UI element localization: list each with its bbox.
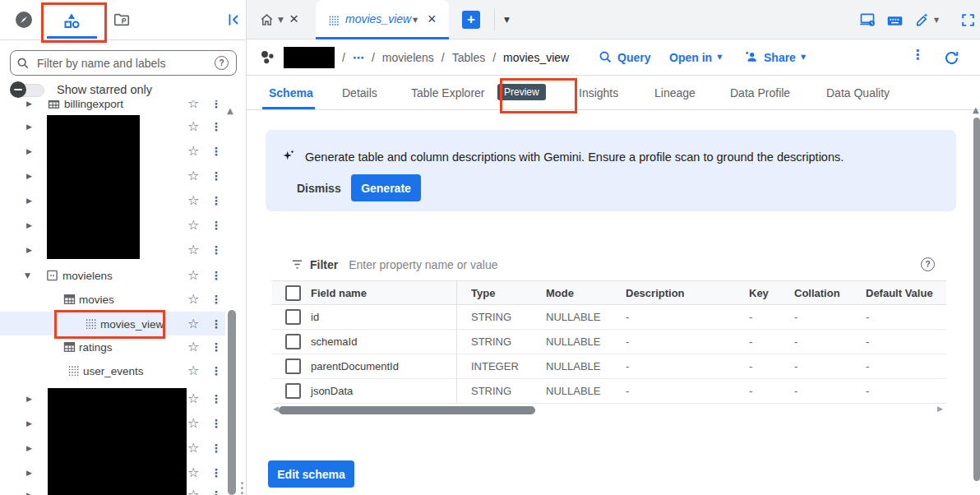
more-actions-icon[interactable]: ⋮ (911, 49, 924, 62)
row-checkbox[interactable] (285, 334, 301, 349)
tree-item-user-events[interactable]: user_events ☆ ⋮ (0, 359, 240, 382)
share-button[interactable]: Share ▼ (743, 39, 806, 75)
tab-data-quality[interactable]: Data Quality (826, 76, 890, 109)
device-session-icon[interactable] (858, 11, 876, 29)
close-home-tab-icon[interactable]: × (289, 10, 298, 28)
chevron-right-icon[interactable]: ▶ (26, 222, 32, 229)
star-icon[interactable]: ☆ (187, 194, 199, 207)
chevron-right-icon[interactable]: ▶ (26, 420, 32, 428)
star-icon[interactable]: ☆ (187, 120, 199, 133)
tree-item-movielens[interactable]: ▼ movielens ☆ ⋮ (0, 264, 240, 287)
chevron-right-icon[interactable]: ▶ (26, 492, 32, 495)
tree-item-redacted[interactable]: ▶☆⋮ (0, 238, 240, 261)
tab-movies-view[interactable]: movies_view ▼ × (316, 0, 449, 39)
edit-schema-button[interactable]: Edit schema (268, 460, 354, 488)
scroll-up-icon[interactable]: ▲ (227, 107, 233, 115)
more-menu-icon[interactable]: ⋮ (210, 170, 222, 182)
refresh-icon[interactable] (941, 48, 961, 67)
breadcrumb-ellipsis[interactable]: ⋯ (353, 51, 364, 64)
sidebar-search-input[interactable] (35, 56, 215, 71)
star-icon[interactable]: ☆ (187, 442, 199, 455)
chevron-right-icon[interactable]: ▶ (26, 396, 32, 403)
scroll-up-icon[interactable]: ▲ (973, 106, 979, 114)
star-icon[interactable]: ☆ (187, 269, 199, 282)
more-menu-icon[interactable]: ⋮ (210, 220, 222, 231)
star-icon[interactable]: ☆ (187, 392, 199, 405)
more-menu-icon[interactable]: ⋮ (210, 100, 222, 109)
search-help-icon[interactable]: ? (215, 56, 229, 70)
tree-item-redacted[interactable]: ▶☆⋮ (0, 483, 240, 495)
tree-item-redacted[interactable]: ▶☆⋮ (0, 437, 240, 460)
assist-pen-icon[interactable] (913, 11, 931, 29)
breadcrumb-item-movielens[interactable]: movielens (382, 51, 434, 64)
star-icon[interactable]: ☆ (187, 466, 199, 479)
tree-item-ratings[interactable]: ratings ☆ ⋮ (0, 335, 240, 359)
star-icon[interactable]: ☆ (187, 340, 199, 354)
more-menu-icon[interactable]: ⋮ (210, 270, 222, 281)
star-icon[interactable]: ☆ (187, 169, 199, 183)
chevron-right-icon[interactable]: ▶ (26, 445, 32, 452)
tree-item-redacted[interactable]: ▶☆⋮ (0, 164, 240, 187)
help-icon[interactable]: ? (921, 257, 935, 271)
sidebar-scrollbar[interactable] (228, 310, 236, 495)
chevron-right-icon[interactable]: ▶ (26, 100, 32, 108)
star-icon[interactable]: ☆ (187, 219, 199, 232)
show-starred-toggle[interactable] (10, 81, 48, 98)
star-icon[interactable]: ☆ (187, 364, 199, 377)
chevron-down-icon[interactable]: ▼ (934, 17, 939, 24)
tab-schema[interactable]: Schema (269, 76, 313, 109)
breadcrumb-item-tables[interactable]: Tables (452, 51, 485, 64)
more-menu-icon[interactable]: ⋮ (210, 418, 222, 429)
tree-item-redacted[interactable]: ▶☆⋮ (0, 140, 240, 163)
tree-item-billingexport[interactable]: ▶ billingexport ☆ ⋮ (0, 100, 240, 115)
tree-item-redacted[interactable]: ▶☆⋮ (0, 412, 240, 435)
more-menu-icon[interactable]: ⋮ (210, 365, 222, 377)
select-all-checkbox[interactable] (285, 285, 301, 301)
star-icon[interactable]: ☆ (187, 293, 199, 306)
project-folder-icon[interactable] (112, 10, 132, 30)
tab-table-explorer[interactable]: Table Explorer (411, 76, 485, 109)
row-checkbox[interactable] (285, 383, 301, 399)
tree-item-movies-view[interactable]: movies_view ☆ ⋮ (0, 312, 225, 335)
vertical-scrollbar[interactable] (973, 118, 980, 481)
more-menu-icon[interactable]: ⋮ (210, 146, 222, 157)
tab-lineage[interactable]: Lineage (654, 76, 696, 109)
dismiss-button[interactable]: Dismiss (290, 174, 348, 201)
more-menu-icon[interactable]: ⋮ (210, 294, 222, 305)
fullscreen-icon[interactable] (959, 11, 977, 29)
tree-item-redacted[interactable]: ▶☆⋮ (0, 189, 240, 212)
more-menu-icon[interactable]: ⋮ (210, 195, 222, 206)
shapes-icon[interactable] (61, 10, 82, 31)
chevron-down-icon[interactable]: ▼ (413, 17, 418, 24)
open-in-button[interactable]: Open in ▼ (669, 39, 722, 75)
panel-resize-grip[interactable] (241, 482, 243, 494)
chevron-down-icon[interactable]: ▼ (25, 272, 30, 280)
scroll-right-icon[interactable]: ▶ (937, 405, 943, 413)
close-tab-icon[interactable]: × (428, 11, 437, 28)
chevron-right-icon[interactable]: ▶ (26, 173, 32, 180)
more-menu-icon[interactable]: ⋮ (210, 121, 222, 132)
keyboard-icon[interactable] (885, 12, 904, 30)
star-icon[interactable]: ☆ (187, 243, 199, 257)
generate-button[interactable]: Generate (351, 174, 421, 201)
chevron-right-icon[interactable]: ▶ (26, 197, 32, 205)
star-icon[interactable]: ☆ (187, 317, 199, 331)
star-icon[interactable]: ☆ (187, 488, 199, 495)
new-tab-button[interactable]: + (462, 11, 480, 29)
chevron-down-icon[interactable]: ▼ (278, 16, 284, 24)
star-icon[interactable]: ☆ (187, 145, 199, 158)
tab-insights[interactable]: Insights (579, 76, 618, 109)
more-menu-icon[interactable]: ⋮ (210, 393, 222, 405)
chevron-right-icon[interactable]: ▶ (26, 123, 32, 131)
chevron-right-icon[interactable]: ▶ (26, 148, 32, 155)
property-filter-input[interactable] (347, 257, 663, 272)
star-icon[interactable]: ☆ (187, 417, 199, 430)
tree-item-redacted[interactable]: ▶☆⋮ (0, 115, 240, 138)
collapse-panel-icon[interactable] (224, 11, 243, 29)
query-button[interactable]: Query (599, 39, 650, 75)
more-menu-icon[interactable]: ⋮ (210, 244, 222, 256)
more-menu-icon[interactable]: ⋮ (210, 318, 222, 330)
tree-item-redacted[interactable]: ▶☆⋮ (0, 214, 240, 237)
tab-details[interactable]: Details (342, 76, 377, 109)
more-menu-icon[interactable]: ⋮ (210, 489, 222, 495)
